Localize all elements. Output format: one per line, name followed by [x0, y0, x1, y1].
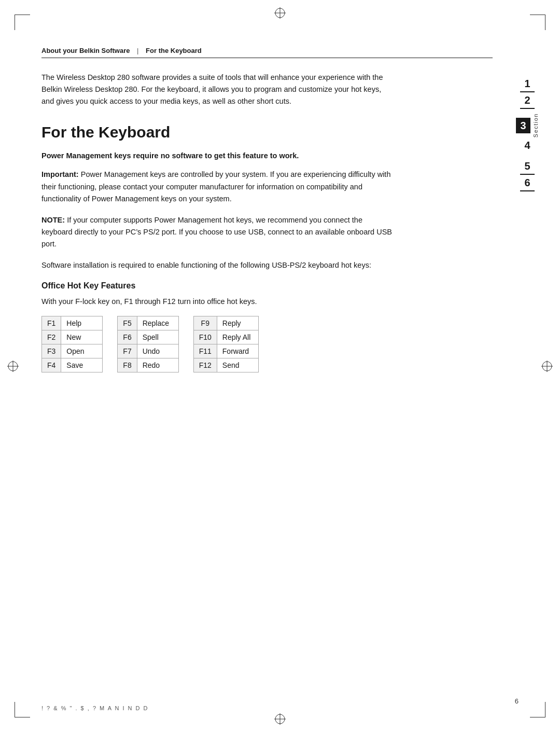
action-undo: Undo: [137, 344, 178, 358]
action-spell: Spell: [137, 330, 178, 344]
hotkey-table-3: F9 Reply F10 Reply All F11 Forward F12 S…: [193, 316, 259, 372]
office-hotkey-intro: With your F-lock key on, F1 through F12 …: [41, 296, 394, 308]
action-replace: Replace: [137, 316, 178, 330]
section-label: Section: [533, 113, 539, 137]
key-f6: F6: [118, 330, 137, 344]
table-row: F8 Redo: [118, 358, 178, 372]
breadcrumb-separator: |: [137, 47, 138, 54]
key-f10: F10: [193, 330, 217, 344]
hotkey-table-1: F1 Help F2 New F3 Open F4 Save: [41, 316, 103, 372]
note-text: If your computer supports Power Manageme…: [41, 216, 392, 248]
table-row: F6 Spell: [118, 330, 178, 344]
page: 1 2 3 Section 4 5 6 About your Belkin So…: [0, 0, 560, 732]
office-hotkey-heading: Office Hot Key Features: [41, 281, 493, 291]
section-5-divider: [520, 174, 535, 175]
table-row: F7 Undo: [118, 344, 178, 358]
crosshair-bottom: [274, 713, 286, 725]
table-row: F3 Open: [42, 344, 103, 358]
key-f12: F12: [193, 358, 217, 372]
table-row: F12 Send: [193, 358, 258, 372]
key-f9: F9: [193, 316, 217, 330]
corner-mark-top-left: [15, 15, 30, 30]
important-label: Important:: [41, 170, 79, 178]
page-number: 6: [515, 697, 519, 705]
crosshair-top: [274, 7, 286, 19]
intro-paragraph: The Wireless Desktop 280 software provid…: [41, 72, 394, 108]
main-heading: For the Keyboard: [41, 123, 493, 141]
table-row: F4 Save: [42, 358, 103, 372]
content-area: About your Belkin Software | For the Key…: [41, 42, 493, 690]
table-row: F11 Forward: [193, 344, 258, 358]
corner-mark-bottom-right: [530, 702, 545, 717]
key-f2: F2: [42, 330, 61, 344]
action-send: Send: [217, 358, 258, 372]
section-2: 2: [514, 94, 540, 106]
table-row: F2 New: [42, 330, 103, 344]
section-3-active: 3: [516, 118, 530, 133]
important-paragraph: Important: Power Management keys are con…: [41, 169, 394, 205]
action-help: Help: [61, 316, 103, 330]
table-row: F10 Reply All: [193, 330, 258, 344]
key-f3: F3: [42, 344, 61, 358]
crosshair-left: [7, 361, 19, 372]
breadcrumb-part2: For the Keyboard: [146, 47, 202, 54]
action-reply: Reply: [217, 316, 258, 330]
breadcrumb-part1: About your Belkin Software: [41, 47, 130, 54]
action-forward: Forward: [217, 344, 258, 358]
key-f1: F1: [42, 316, 61, 330]
hotkey-tables: F1 Help F2 New F3 Open F4 Save: [41, 316, 493, 372]
action-redo: Redo: [137, 358, 178, 372]
section-2-divider: [520, 108, 535, 109]
hotkey-table-2: F5 Replace F6 Spell F7 Undo F8 Redo: [117, 316, 178, 372]
action-open: Open: [61, 344, 103, 358]
crosshair-right: [541, 361, 553, 372]
table-row: F5 Replace: [118, 316, 178, 330]
corner-mark-top-right: [530, 15, 545, 30]
key-f11: F11: [193, 344, 217, 358]
section-4: 4: [514, 140, 540, 151]
key-f4: F4: [42, 358, 61, 372]
action-new: New: [61, 330, 103, 344]
section-6-divider: [520, 190, 535, 191]
breadcrumb: About your Belkin Software | For the Key…: [41, 42, 493, 54]
key-f5: F5: [118, 316, 137, 330]
table-row: F9 Reply: [193, 316, 258, 330]
important-text: Power Management keys are controlled by …: [41, 170, 390, 202]
footer-text: ! ? & % " . $ , ? M A N I N D D: [41, 705, 149, 711]
note-label: NOTE:: [41, 216, 65, 224]
key-f7: F7: [118, 344, 137, 358]
section-5: 5: [514, 160, 540, 172]
key-f8: F8: [118, 358, 137, 372]
section-1: 1: [514, 78, 540, 89]
note-paragraph: NOTE: If your computer supports Power Ma…: [41, 214, 394, 251]
action-reply-all: Reply All: [217, 330, 258, 344]
power-management-heading: Power Management keys require no softwar…: [41, 150, 373, 162]
corner-mark-bottom-left: [15, 702, 30, 717]
action-save: Save: [61, 358, 103, 372]
section-sidebar: 1 2 3 Section 4 5 6: [514, 78, 540, 194]
section-1-divider: [520, 91, 535, 92]
section-6: 6: [514, 177, 540, 188]
software-paragraph: Software installation is required to ena…: [41, 259, 394, 271]
breadcrumb-line: [41, 58, 493, 58]
table-row: F1 Help: [42, 316, 103, 330]
